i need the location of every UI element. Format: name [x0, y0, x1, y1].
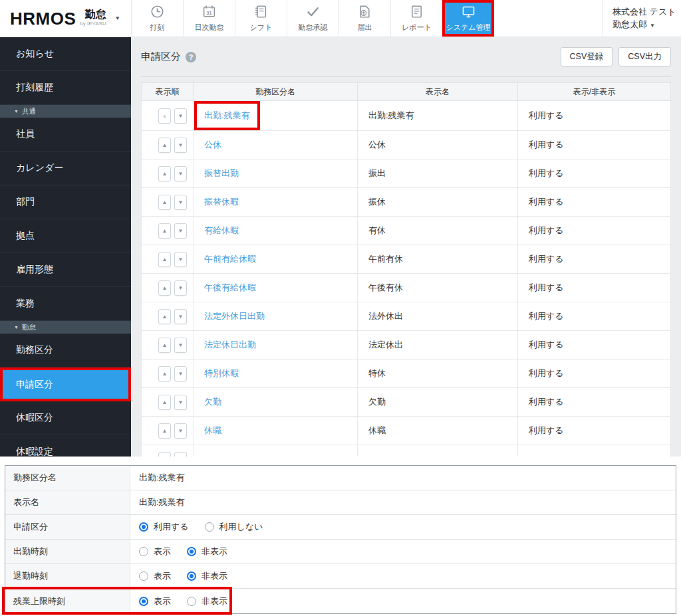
move-up-button[interactable]: ▲ — [158, 366, 171, 381]
move-up-button[interactable]: ▲ — [158, 223, 171, 239]
table-row: ▲▼欠勤欠勤利用する — [142, 388, 671, 417]
visibility-cell: 利用する — [518, 217, 671, 245]
monitor-icon — [461, 4, 476, 19]
sidebar-item-departments[interactable]: 部門 — [0, 185, 131, 219]
visibility-cell: 利用する — [518, 302, 671, 331]
move-down-button[interactable]: ▼ — [174, 223, 187, 239]
radio-selected-icon[interactable] — [139, 597, 148, 606]
sidebar-item-leave-settings[interactable]: 休暇設定 — [0, 435, 131, 457]
table-row: ▲▼午後有給休暇午後有休利用する — [142, 274, 671, 302]
category-link[interactable]: 休職 — [204, 425, 221, 435]
sidebar-item-stamp-history[interactable]: 打刻履歴 — [0, 71, 131, 105]
move-up-button[interactable]: ▲ — [158, 138, 171, 153]
nav-tab-attendance-approval[interactable]: 勤怠承認 — [287, 0, 339, 37]
radio-selected-icon[interactable] — [187, 571, 196, 581]
csv-export-button[interactable]: CSV出力 — [618, 47, 671, 66]
nav-tab-system-admin[interactable]: システム管理 — [442, 0, 494, 37]
move-down-button[interactable]: ▼ — [174, 309, 187, 324]
detail-label: 退勤時刻 — [5, 564, 130, 588]
radio-selected-icon[interactable] — [139, 522, 148, 532]
nav-tab-label: レポート — [402, 23, 432, 33]
move-up-button[interactable]: ▲ — [158, 338, 171, 353]
move-down-button[interactable]: ▼ — [174, 195, 187, 210]
category-link[interactable]: 午後有給休暇 — [204, 282, 256, 292]
help-icon[interactable]: ? — [186, 52, 196, 62]
sidebar-item-employment-types[interactable]: 雇用形態 — [0, 253, 131, 287]
radio-option[interactable]: 表示 — [139, 570, 171, 582]
move-up-button[interactable]: ▲ — [158, 252, 171, 267]
check-icon — [305, 4, 321, 19]
radio-option[interactable]: 非表示 — [187, 546, 227, 558]
order-cell: ▲▼ — [142, 217, 194, 245]
sidebar-item-application-categories[interactable]: 申請区分 — [0, 367, 131, 401]
radio-unselected-icon[interactable] — [187, 597, 196, 606]
order-cell: ▲▼ — [142, 331, 194, 359]
category-link[interactable]: 欠勤 — [204, 397, 221, 407]
logo[interactable]: HRMOS 勤怠 by IEYASU ▼ — [0, 0, 131, 37]
csv-import-button[interactable]: CSV登録 — [561, 47, 613, 66]
visibility-cell: 利用する — [518, 388, 671, 417]
move-down-button[interactable]: ▼ — [174, 452, 187, 457]
category-link[interactable]: 特別休暇 — [204, 368, 239, 378]
move-up-button[interactable]: ▲ — [158, 452, 171, 457]
category-link[interactable]: 出勤:残業有 — [204, 110, 250, 120]
sidebar-item-work-categories[interactable]: 勤務区分 — [0, 334, 131, 367]
radio-selected-icon[interactable] — [187, 547, 196, 556]
sidebar-item-employees[interactable]: 社員 — [0, 118, 131, 152]
move-down-button[interactable]: ▼ — [174, 423, 187, 439]
radio-unselected-icon[interactable] — [139, 547, 148, 556]
radio-option[interactable]: 表示 — [139, 546, 171, 558]
move-up-button[interactable]: ▲ — [158, 280, 171, 296]
move-up-button[interactable]: ▲ — [158, 395, 171, 410]
radio-option[interactable]: 利用しない — [205, 521, 263, 533]
triangle-down-icon: ▼ — [14, 109, 19, 114]
radio-option[interactable]: 非表示 — [187, 570, 227, 582]
category-link[interactable]: 法定外休日出勤 — [204, 311, 265, 321]
sidebar-item-leave-categories[interactable]: 休暇区分 — [0, 401, 131, 435]
move-up-button[interactable]: ▲ — [158, 309, 171, 324]
category-name-cell: 特別休暇 — [194, 359, 358, 388]
move-down-button[interactable]: ▼ — [174, 108, 187, 124]
category-link[interactable]: 振替休暇 — [204, 197, 239, 207]
move-down-button[interactable]: ▼ — [174, 280, 187, 296]
radio-option[interactable]: 非表示 — [187, 595, 227, 607]
table-row: ▲▼ — [142, 445, 671, 457]
nav-tab-report[interactable]: レポート — [390, 0, 442, 37]
sidebar-item-locations[interactable]: 拠点 — [0, 219, 131, 253]
nav-tab-application[interactable]: 届出 — [339, 0, 390, 37]
move-up-button[interactable]: ▲ — [158, 166, 171, 181]
move-down-button[interactable]: ▼ — [174, 138, 187, 153]
display-name-cell: 休職 — [358, 417, 518, 445]
column-header-category-name: 勤務区分名 — [194, 83, 358, 101]
category-link[interactable]: 公休 — [204, 140, 221, 150]
move-down-button[interactable]: ▼ — [174, 166, 187, 181]
move-down-button[interactable]: ▼ — [174, 338, 187, 353]
move-up-button[interactable]: ▲ — [158, 108, 171, 124]
radio-option-label: 利用しない — [219, 521, 263, 533]
nav-tab-time-stamp[interactable]: 打刻 — [131, 0, 183, 37]
chevron-down-icon: ▼ — [650, 23, 655, 29]
move-up-button[interactable]: ▲ — [158, 195, 171, 210]
category-link[interactable]: 午前有給休暇 — [204, 254, 256, 264]
radio-unselected-icon[interactable] — [205, 522, 214, 532]
move-down-button[interactable]: ▼ — [174, 252, 187, 267]
account-menu[interactable]: 株式会社 テスト 勤怠太郎▼ — [603, 0, 681, 37]
category-link[interactable]: 有給休暇 — [204, 225, 239, 235]
move-down-button[interactable]: ▼ — [174, 395, 187, 410]
clock-icon — [150, 4, 165, 19]
sidebar-item-tasks[interactable]: 業務 — [0, 287, 131, 321]
category-link[interactable]: 法定休日出勤 — [204, 340, 256, 350]
radio-option[interactable]: 利用する — [139, 521, 189, 533]
category-link[interactable]: 振替出勤 — [204, 168, 239, 178]
move-down-button[interactable]: ▼ — [174, 366, 187, 381]
radio-option[interactable]: 表示 — [139, 595, 171, 607]
order-cell: ▲▼ — [142, 131, 194, 159]
sidebar-section-attendance: ▼勤怠 — [0, 321, 131, 334]
chevron-down-icon[interactable]: ▼ — [115, 15, 120, 21]
nav-tab-daily-attendance[interactable]: 31日次勤怠 — [183, 0, 235, 37]
sidebar-item-announcements[interactable]: お知らせ — [0, 37, 131, 71]
radio-unselected-icon[interactable] — [139, 571, 148, 581]
nav-tab-shift[interactable]: シフト — [235, 0, 287, 37]
sidebar-item-calendar[interactable]: カレンダー — [0, 152, 131, 185]
move-up-button[interactable]: ▲ — [158, 423, 171, 439]
